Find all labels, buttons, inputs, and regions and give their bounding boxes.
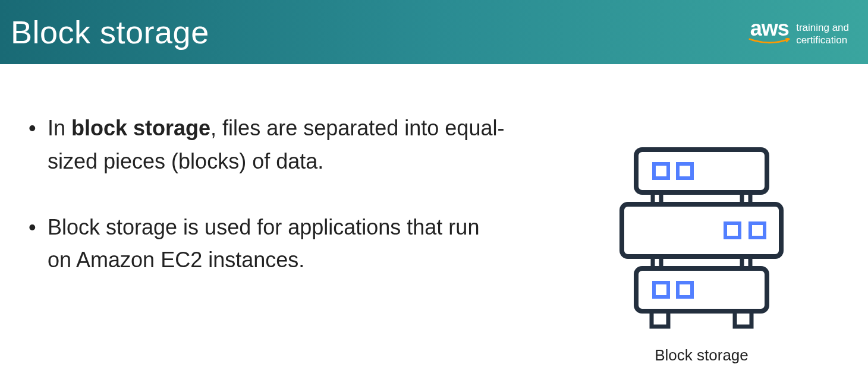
brand-subtitle: training and certification	[796, 18, 849, 47]
svg-rect-5	[622, 204, 781, 257]
bullet-item: In block storage, files are separated in…	[24, 112, 505, 178]
aws-brand-block: aws training and certification	[749, 18, 849, 47]
text-column: In block storage, files are separated in…	[0, 112, 535, 383]
slide-header: Block storage aws training and certifica…	[0, 0, 868, 64]
brand-subtitle-line2: certification	[796, 34, 847, 46]
aws-logo-text: aws	[750, 18, 789, 39]
image-caption: Block storage	[655, 346, 749, 365]
svg-rect-1	[654, 164, 668, 178]
aws-logo: aws	[749, 18, 790, 46]
slide-title: Block storage	[11, 14, 209, 50]
slide-content: In block storage, files are separated in…	[0, 64, 868, 383]
svg-rect-12	[678, 283, 692, 297]
svg-rect-2	[678, 164, 692, 178]
svg-rect-6	[725, 223, 740, 238]
aws-smile-icon	[749, 38, 790, 46]
brand-subtitle-line1: training and	[796, 22, 849, 33]
svg-rect-11	[654, 283, 668, 297]
image-column: Block storage	[535, 112, 868, 383]
bullet-prefix: In	[48, 116, 71, 140]
block-storage-icon	[618, 147, 785, 331]
svg-rect-7	[750, 223, 765, 238]
bullet-suffix: Block storage is used for applications t…	[48, 215, 479, 273]
bullet-item: Block storage is used for applications t…	[24, 211, 505, 277]
bullet-bold: block storage	[71, 116, 210, 140]
bullet-list: In block storage, files are separated in…	[24, 112, 505, 277]
